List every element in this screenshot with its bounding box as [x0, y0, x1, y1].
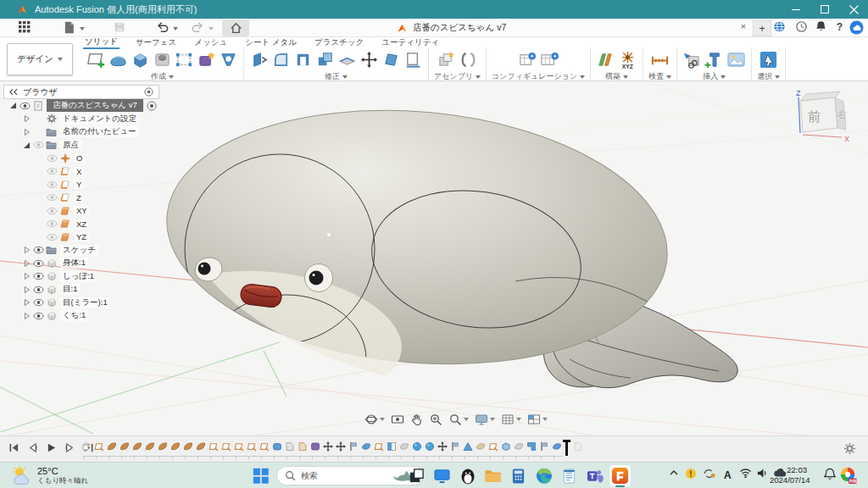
browser-item-O[interactable]: O — [3, 152, 159, 165]
browser-item-X[interactable]: X — [3, 165, 159, 179]
file-menu-icon[interactable] — [63, 21, 75, 34]
volume-icon[interactable] — [756, 468, 769, 479]
sketch-icon[interactable] — [86, 48, 106, 70]
timeline-feature-13-tsketch[interactable] — [246, 441, 257, 452]
fillet-icon[interactable] — [271, 48, 291, 70]
visibility-eye-icon[interactable] — [31, 286, 45, 294]
design-workspace-button[interactable]: デザイン — [7, 43, 73, 75]
job-status-clock-icon[interactable] — [795, 20, 808, 33]
browser-item-label[interactable]: YZ — [74, 232, 89, 241]
expanded-arrow-icon[interactable] — [8, 102, 18, 109]
browser-item-label[interactable]: くち:1 — [60, 310, 88, 321]
hole-icon[interactable] — [153, 48, 172, 70]
select-icon[interactable] — [759, 48, 778, 70]
timeline-feature-29-tflag[interactable] — [449, 441, 460, 452]
browser-item-label[interactable]: Y — [74, 180, 84, 189]
pan-tool[interactable] — [410, 413, 423, 426]
collapsed-arrow-icon[interactable] — [22, 312, 31, 320]
visibility-eye-icon[interactable] — [31, 246, 45, 254]
browser-item-身体:1[interactable]: 身体:1 — [3, 257, 159, 270]
visibility-eye-icon[interactable] — [31, 298, 45, 307]
align-icon[interactable] — [381, 48, 401, 70]
browser-item-label[interactable]: スケッチ — [60, 245, 98, 256]
timeline-feature-9-leaf[interactable] — [195, 441, 206, 452]
timeline-feature-12-tsketch[interactable] — [233, 441, 244, 452]
maximize-button[interactable] — [810, 0, 839, 19]
timeline-feature-33-tboxb[interactable] — [500, 441, 511, 452]
browser-item-スケッチ[interactable]: スケッチ — [3, 244, 159, 258]
display-tool[interactable] — [475, 413, 495, 426]
collapsed-arrow-icon[interactable] — [22, 259, 31, 268]
collapsed-arrow-icon[interactable] — [22, 298, 31, 307]
timeline-feature-16-tdocg[interactable] — [284, 441, 295, 452]
visibility-eye-icon[interactable] — [31, 272, 45, 280]
pre-app-icon[interactable]: PRE — [839, 466, 858, 485]
browser-item-Y[interactable]: Y — [3, 178, 159, 191]
extrude-icon[interactable] — [131, 48, 150, 70]
visibility-eye-icon[interactable] — [45, 193, 58, 202]
newcomp-icon[interactable] — [437, 48, 456, 70]
browser-item-label[interactable]: 目:1 — [60, 284, 80, 295]
presspull-icon[interactable] — [249, 48, 269, 70]
browser-item-YZ[interactable]: YZ — [3, 230, 159, 244]
tray-chevron-up-icon[interactable] — [668, 468, 680, 478]
browser-header[interactable]: ブラウザ — [3, 85, 159, 99]
visibility-eye-icon[interactable] — [18, 102, 31, 110]
orbit-tool[interactable] — [364, 413, 385, 426]
visibility-eye-icon[interactable] — [45, 219, 58, 228]
notifications-bell-icon[interactable] — [815, 20, 826, 32]
browser-item-label[interactable]: 身体:1 — [60, 258, 88, 269]
combine-icon[interactable] — [315, 48, 335, 70]
browser-item-label[interactable]: O — [74, 153, 85, 163]
derive-icon[interactable] — [197, 48, 216, 70]
collapsed-arrow-icon[interactable] — [22, 246, 31, 254]
taskbar-clock[interactable]: 22:03 2024/07/14 — [770, 465, 807, 485]
tray-warning-icon[interactable] — [685, 468, 697, 480]
expanded-arrow-icon[interactable] — [22, 141, 31, 149]
help-question-icon[interactable]: ? — [834, 20, 845, 32]
zoom-tool[interactable] — [429, 413, 442, 426]
timeline-feature-37-tblobb[interactable] — [551, 441, 562, 452]
notification-bell-icon[interactable] — [824, 468, 836, 480]
visibility-eye-icon[interactable] — [45, 154, 58, 163]
timeline-feature-15-tform[interactable] — [271, 441, 282, 452]
browser-item-label[interactable]: XZ — [74, 219, 89, 229]
zoomwin-tool[interactable] — [448, 413, 469, 426]
config2-icon[interactable] — [540, 48, 559, 70]
profile-cloud-avatar[interactable] — [849, 20, 864, 35]
browser-item-label[interactable]: X — [74, 167, 84, 176]
browser-item-店番のスピスちゃん v7[interactable]: 店番のスピスちゃん v7 — [3, 99, 159, 113]
app-grid-icon[interactable] — [19, 21, 31, 33]
browser-options-icon[interactable] — [144, 87, 153, 97]
visibility-eye-icon[interactable] — [45, 233, 58, 241]
browser-item-原点[interactable]: 原点 — [3, 139, 159, 152]
look-tool[interactable] — [391, 413, 404, 426]
browser-item-label[interactable]: 名前の付いたビュー — [60, 126, 139, 137]
ribbon-tab-5[interactable]: ユーティリティ — [380, 37, 441, 48]
new-tab-button[interactable]: + — [753, 20, 771, 36]
collapsed-arrow-icon[interactable] — [22, 114, 31, 123]
timeline-feature-18-tpurple[interactable] — [309, 441, 320, 452]
offset-icon[interactable] — [403, 48, 423, 70]
ribbon-tab-1[interactable]: サーフェス — [134, 37, 178, 48]
timeline-feature-5-leaf[interactable] — [144, 441, 155, 452]
timeline-feature-32-tsketch[interactable] — [487, 441, 498, 452]
browser-item-くち:1[interactable]: くち:1 — [3, 309, 159, 323]
browser-item-label[interactable]: 店番のスピスちゃん v7 — [47, 99, 143, 112]
undo-icon[interactable] — [156, 21, 169, 33]
joint-icon[interactable] — [459, 48, 478, 70]
move-icon[interactable] — [359, 48, 379, 70]
timeline-feature-4-leaf[interactable] — [131, 441, 142, 452]
timeline-feature-7-leaf[interactable] — [170, 441, 181, 452]
timeline-feature-34-tblobg[interactable] — [513, 441, 524, 452]
timeline-feature-3-leaf[interactable] — [119, 441, 130, 452]
timeline-feature-11-tsketch[interactable] — [220, 441, 231, 452]
visibility-eye-icon[interactable] — [45, 207, 58, 215]
browser-item-label[interactable]: XY — [74, 206, 90, 215]
visibility-eye-icon[interactable] — [45, 180, 58, 189]
timeline-step-back-button[interactable] — [27, 442, 38, 453]
document-tab[interactable]: 店番のスピスちゃん v7 — [397, 19, 506, 37]
save-icon[interactable] — [114, 21, 125, 33]
browser-item-label[interactable]: しっぽ:1 — [60, 271, 97, 282]
timeline-skip-start-button[interactable] — [8, 442, 19, 453]
